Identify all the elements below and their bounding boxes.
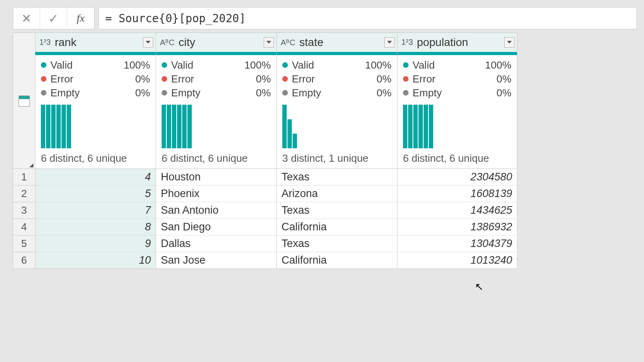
cell[interactable]: 7 <box>35 202 156 218</box>
quality-label: Empty <box>292 87 376 99</box>
table-row[interactable]: 59DallasTexas1304379 <box>13 235 517 252</box>
cell[interactable]: Phoenix <box>156 185 277 202</box>
select-all-corner[interactable] <box>13 33 35 169</box>
status-dot <box>282 76 288 82</box>
column-header-population[interactable]: population <box>397 33 517 52</box>
formula-input-container <box>98 7 637 29</box>
column-name: rank <box>55 36 143 49</box>
cell[interactable]: 1304379 <box>397 235 517 252</box>
fx-button[interactable]: fx <box>67 8 94 29</box>
cell[interactable]: California <box>277 218 397 235</box>
column-filter-dropdown[interactable] <box>264 37 274 48</box>
cell[interactable]: 1386932 <box>397 218 517 235</box>
table-row[interactable]: 25PhoenixArizona1608139 <box>13 185 517 202</box>
status-dot <box>162 90 167 96</box>
column-filter-dropdown[interactable] <box>384 37 395 48</box>
quality-stat: Empty0% <box>403 86 511 100</box>
quality-value: 0% <box>376 87 391 99</box>
status-dot <box>403 62 409 68</box>
row-number[interactable]: 1 <box>13 169 35 185</box>
column-profile-city: Valid100%Error0%Empty0%6 distinct, 6 uni… <box>156 55 277 169</box>
column-filter-dropdown[interactable] <box>143 37 153 48</box>
quality-stat: Empty0% <box>41 86 150 100</box>
column-header-city[interactable]: city <box>156 33 277 52</box>
distribution-bar <box>187 105 192 148</box>
cancel-button[interactable]: ✕ <box>13 8 40 29</box>
status-dot <box>282 62 288 68</box>
cell[interactable]: 8 <box>35 218 156 235</box>
quality-stat: Error0% <box>41 72 150 86</box>
commit-button[interactable]: ✓ <box>40 8 67 29</box>
quality-label: Valid <box>171 59 245 71</box>
table-icon <box>19 96 30 107</box>
status-dot <box>403 90 409 96</box>
cell[interactable]: Arizona <box>277 185 397 202</box>
column-profile-rank: Valid100%Error0%Empty0%6 distinct, 6 uni… <box>35 55 156 169</box>
quality-value: 100% <box>485 59 512 71</box>
column-name: city <box>179 36 264 49</box>
quality-value: 0% <box>256 73 271 85</box>
cell[interactable]: 2304580 <box>397 169 517 185</box>
cell[interactable]: Texas <box>277 235 397 252</box>
row-number[interactable]: 3 <box>13 202 35 218</box>
cell[interactable]: 1013240 <box>397 252 517 268</box>
quality-label: Empty <box>50 87 135 99</box>
distinct-summary: 6 distinct, 6 unique <box>41 152 150 165</box>
text-type-icon <box>160 38 175 47</box>
column-header-rank[interactable]: rank <box>35 33 156 52</box>
table-row[interactable]: 14HoustonTexas2304580 <box>13 169 517 185</box>
cell[interactable]: San Jose <box>156 252 277 268</box>
row-number[interactable]: 4 <box>13 218 35 235</box>
distribution-bar <box>413 105 418 148</box>
row-number[interactable]: 5 <box>13 235 35 252</box>
formula-controls: ✕ ✓ fx <box>13 7 94 29</box>
cell[interactable]: California <box>277 252 397 268</box>
distribution-bar <box>162 105 166 148</box>
cell[interactable]: San Diego <box>156 218 277 235</box>
cell[interactable]: San Antonio <box>156 202 277 218</box>
column-header-state[interactable]: state <box>277 33 397 52</box>
quality-label: Empty <box>413 87 496 99</box>
quality-stat: Error0% <box>162 72 271 86</box>
cell[interactable]: 9 <box>35 235 156 252</box>
distribution-bar <box>167 105 171 148</box>
cell[interactable]: Houston <box>156 169 277 185</box>
distribution-bar <box>41 105 45 148</box>
cell[interactable]: 1608139 <box>397 185 517 202</box>
cell[interactable]: Dallas <box>156 235 277 252</box>
quality-value: 0% <box>135 87 150 99</box>
distribution-bar <box>172 105 176 148</box>
quality-bar <box>277 52 397 55</box>
table-row[interactable]: 48San DiegoCalifornia1386932 <box>13 218 517 235</box>
cell[interactable]: 10 <box>35 252 156 268</box>
distribution-chart <box>41 105 150 148</box>
table-row[interactable]: 37San AntonioTexas1434625 <box>13 202 517 218</box>
distribution-bar <box>67 105 71 148</box>
quality-value: 100% <box>365 59 392 71</box>
distinct-summary: 6 distinct, 6 unique <box>403 152 511 165</box>
distribution-bar <box>429 105 433 148</box>
row-number[interactable]: 6 <box>13 252 35 268</box>
distribution-bar <box>51 105 56 148</box>
formula-input[interactable] <box>105 12 630 25</box>
quality-label: Valid <box>50 59 124 71</box>
cell[interactable]: 1434625 <box>397 202 517 218</box>
column-profile-state: Valid100%Error0%Empty0%3 distinct, 1 uni… <box>277 55 397 169</box>
table-row[interactable]: 610San JoseCalifornia1013240 <box>13 252 517 268</box>
quality-label: Error <box>171 73 256 85</box>
cell[interactable]: Texas <box>277 202 397 218</box>
quality-label: Error <box>50 73 135 85</box>
row-number[interactable]: 2 <box>13 185 35 202</box>
data-table: rank city state <box>13 33 517 269</box>
quality-bar <box>35 52 156 55</box>
distribution-chart <box>403 105 511 148</box>
distribution-bar <box>62 105 66 148</box>
cell[interactable]: Texas <box>277 169 397 185</box>
status-dot <box>403 76 409 82</box>
distribution-bar <box>177 105 181 148</box>
distribution-bar <box>293 134 297 148</box>
column-filter-dropdown[interactable] <box>504 37 515 48</box>
cell[interactable]: 4 <box>35 169 156 185</box>
cell[interactable]: 5 <box>35 185 156 202</box>
fx-icon: fx <box>77 12 85 25</box>
